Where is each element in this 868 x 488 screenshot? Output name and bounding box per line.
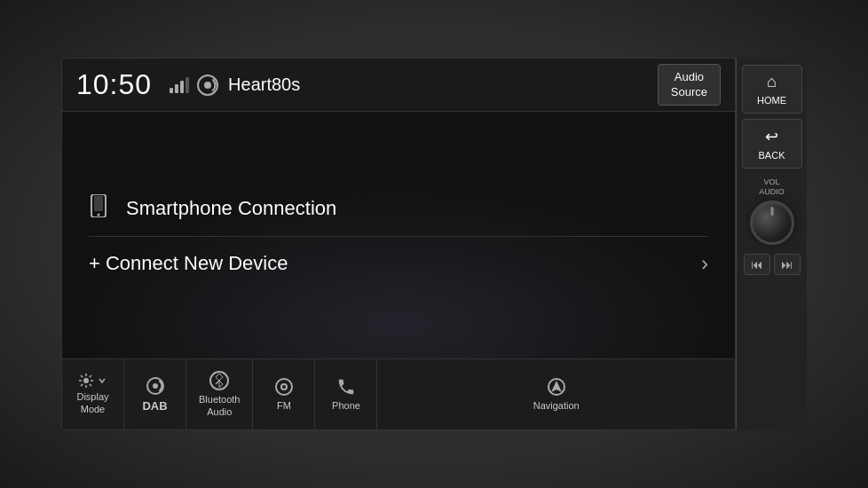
home-label: HOME (757, 95, 786, 106)
display-mode-label: DisplayMode (76, 391, 108, 414)
dab-circle-icon (196, 74, 219, 97)
svg-line-17 (81, 384, 83, 386)
back-label: BACK (759, 150, 785, 161)
fm-button[interactable]: FM (253, 359, 315, 429)
rewind-button[interactable]: ⏮ (744, 254, 770, 275)
bluetooth-audio-label: BluetoothAudio (199, 394, 240, 417)
smartphone-connection-label: Smartphone Connection (126, 197, 336, 220)
phone-button[interactable]: Phone (315, 359, 377, 429)
bluetooth-icon (209, 371, 229, 390)
display-mode-icon (79, 374, 107, 388)
svg-line-15 (90, 384, 91, 386)
audio-source-button[interactable]: AudioSource (658, 64, 721, 106)
svg-rect-3 (185, 77, 189, 93)
transport-buttons: ⏮ ⏭ (744, 254, 801, 275)
svg-marker-24 (551, 381, 562, 392)
back-icon: ↩ (765, 127, 778, 146)
navigation-label: Navigation (533, 400, 580, 412)
display-mode-button[interactable]: DisplayMode (62, 359, 124, 429)
vol-label: VOLAUDIO (759, 177, 785, 197)
smartphone-icon (89, 194, 108, 222)
home-icon: ⌂ (767, 73, 777, 91)
svg-rect-2 (180, 81, 184, 93)
dab-label: DAB (142, 399, 167, 413)
navigation-button[interactable]: Navigation (377, 359, 735, 429)
svg-line-14 (81, 375, 83, 377)
svg-point-9 (83, 378, 89, 383)
phone-icon (336, 377, 356, 397)
screen-container: 10:50 Heart80s (61, 58, 807, 430)
clock: 10:50 (76, 68, 152, 101)
navigation-icon (547, 377, 566, 397)
station-name: Heart80s (228, 75, 300, 95)
home-button[interactable]: ⌂ HOME (742, 65, 802, 114)
radio-icons (170, 74, 219, 97)
svg-rect-0 (170, 88, 173, 93)
dab-icon (146, 376, 165, 396)
back-button[interactable]: ↩ BACK (742, 119, 802, 169)
svg-point-8 (98, 214, 100, 216)
dab-button[interactable]: DAB (124, 359, 186, 429)
svg-point-5 (204, 82, 211, 89)
connect-new-device-label: + Connect New Device (89, 252, 288, 275)
car-infotainment-screen: 10:50 Heart80s (0, 0, 868, 488)
fm-label: FM (277, 400, 291, 412)
signal-icon (170, 77, 189, 93)
smartphone-connection-item[interactable]: Smartphone Connection (89, 180, 708, 237)
volume-control: VOLAUDIO (750, 177, 794, 245)
svg-line-20 (216, 381, 219, 384)
fm-icon (274, 377, 294, 397)
volume-knob[interactable] (750, 201, 794, 245)
bottom-bar: DisplayMode DAB (62, 358, 735, 429)
content-area: Smartphone Connection + Connect New Devi… (62, 112, 735, 358)
side-controls: ⌂ HOME ↩ BACK VOLAUDIO ⏮ ⏭ (736, 58, 807, 430)
svg-line-16 (90, 375, 91, 377)
chevron-right-icon: › (701, 251, 708, 276)
svg-point-21 (276, 379, 292, 395)
top-bar: 10:50 Heart80s (62, 59, 735, 112)
bluetooth-audio-button[interactable]: BluetoothAudio (186, 359, 253, 429)
fast-forward-button[interactable]: ⏭ (774, 254, 801, 275)
phone-label: Phone (332, 400, 360, 412)
main-screen: 10:50 Heart80s (61, 58, 736, 430)
svg-point-19 (153, 383, 158, 389)
svg-rect-1 (175, 84, 178, 93)
connect-new-device-item[interactable]: + Connect New Device › (89, 237, 708, 290)
svg-rect-7 (94, 196, 103, 211)
svg-point-22 (281, 384, 287, 390)
